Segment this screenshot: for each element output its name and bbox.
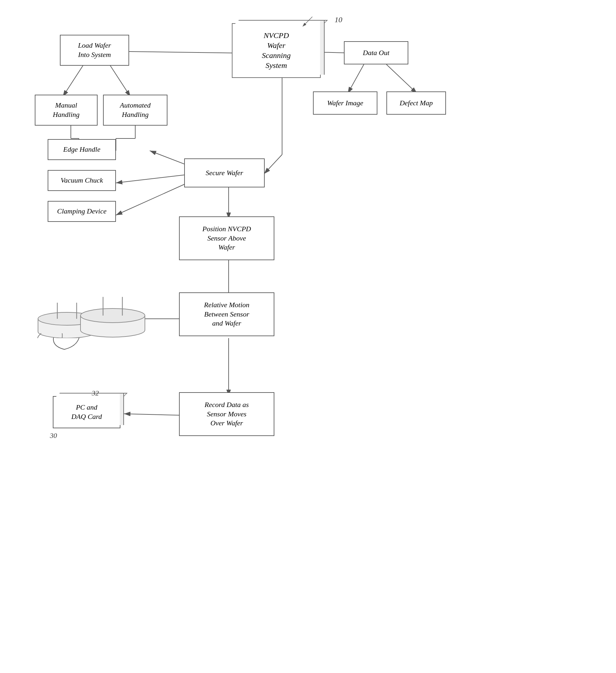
diagram-container: 10 NVCPD Wafer Scanning System Load Wafe…: [0, 0, 616, 673]
svg-point-35: [80, 308, 145, 323]
figure-number: 10: [335, 15, 342, 24]
right-disk: [77, 290, 148, 338]
record-data-box: Record Data as Sensor Moves Over Wafer: [179, 392, 274, 436]
nvcpd-label: NVCPD Wafer Scanning System: [262, 31, 290, 71]
data-out-box: Data Out: [344, 41, 408, 64]
svg-line-13: [116, 180, 193, 215]
svg-line-40: [303, 17, 313, 26]
pc-daq-label: PC and DAQ Card: [71, 403, 102, 421]
position-sensor-box: Position NVCPD Sensor Above Wafer: [179, 216, 274, 260]
label-30: 30: [50, 432, 57, 440]
clamping-device-label: Clamping Device: [57, 207, 106, 216]
record-data-label: Record Data as Sensor Moves Over Wafer: [204, 400, 249, 428]
svg-line-10: [264, 155, 282, 174]
pc-daq-box: PC and DAQ Card: [53, 396, 121, 428]
svg-line-5: [63, 64, 84, 96]
relative-motion-box: Relative Motion Between Sensor and Wafer: [179, 292, 274, 336]
nvcpd-box-3d-right: [320, 20, 325, 75]
automated-handling-box: Automated Handling: [103, 95, 168, 126]
svg-line-8: [386, 64, 417, 93]
secure-wafer-box: Secure Wafer: [184, 159, 265, 187]
vacuum-chuck-box: Vacuum Chuck: [48, 170, 116, 191]
svg-line-18: [124, 414, 187, 415]
clamping-device-box: Clamping Device: [48, 201, 116, 222]
manual-handling-label: Manual Handling: [53, 101, 79, 119]
nvcpd-box: NVCPD Wafer Scanning System: [232, 23, 321, 78]
svg-line-12: [116, 174, 193, 183]
defect-map-label: Defect Map: [400, 98, 433, 108]
svg-line-7: [348, 64, 364, 93]
relative-motion-label: Relative Motion Between Sensor and Wafer: [204, 300, 249, 328]
secure-wafer-label: Secure Wafer: [206, 168, 243, 178]
vacuum-chuck-label: Vacuum Chuck: [60, 176, 103, 185]
automated-handling-label: Automated Handling: [120, 101, 150, 119]
label-32: 32: [92, 389, 99, 397]
wafer-image-label: Wafer Image: [327, 98, 363, 108]
edge-handle-label: Edge Handle: [63, 145, 100, 154]
pc-daq-3d-right: [120, 393, 124, 425]
svg-line-6: [110, 64, 131, 96]
wafer-image-box: Wafer Image: [313, 91, 377, 115]
edge-handle-box: Edge Handle: [48, 139, 116, 160]
load-wafer-label: Load Wafer Into System: [78, 41, 111, 59]
defect-map-box: Defect Map: [386, 91, 446, 115]
manual-handling-box: Manual Handling: [35, 95, 97, 126]
data-out-label: Data Out: [363, 48, 390, 58]
svg-line-3: [129, 51, 243, 53]
fig-number-arrow: [296, 14, 316, 30]
position-sensor-label: Position NVCPD Sensor Above Wafer: [203, 224, 251, 252]
load-wafer-box: Load Wafer Into System: [60, 35, 129, 66]
